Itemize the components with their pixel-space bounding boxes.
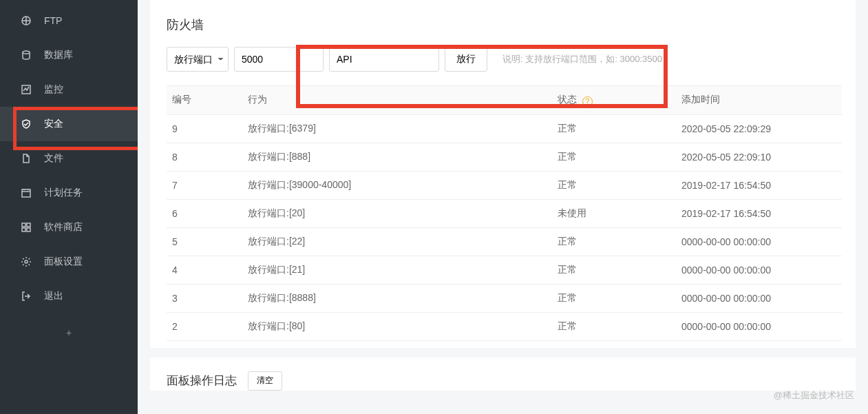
file-icon <box>21 153 32 164</box>
sidebar-item-exit[interactable]: 退出 <box>0 279 138 313</box>
port-action-select[interactable]: 放行端口 <box>167 47 229 72</box>
monitor-icon <box>21 84 32 95</box>
log-title: 面板操作日志 <box>167 373 237 389</box>
port-input[interactable] <box>234 47 324 72</box>
cell-status: 正常 <box>552 227 676 256</box>
sidebar-item-label: 面板设置 <box>44 256 83 268</box>
cell-id: 4 <box>167 256 242 284</box>
form-hint: 说明: 支持放行端口范围，如: 3000:3500 <box>502 53 662 65</box>
svg-rect-3 <box>22 189 30 197</box>
sidebar-item-label: 安全 <box>44 118 63 130</box>
cell-status: 未使用 <box>552 199 676 227</box>
table-row[interactable]: 3放行端口:[8888]正常0000-00-00 00:00:00 <box>167 284 842 312</box>
cell-status: 正常 <box>552 171 676 199</box>
table-row[interactable]: 6放行端口:[20]未使用2019-02-17 16:54:50 <box>167 199 842 227</box>
cell-time: 2019-02-17 16:54:50 <box>676 199 842 227</box>
header-status: 状态 ? <box>552 86 676 115</box>
cell-id: 3 <box>167 284 242 312</box>
exit-icon <box>21 291 32 302</box>
shield-icon <box>21 118 32 130</box>
svg-rect-7 <box>27 228 30 231</box>
sidebar-item-label: 数据库 <box>44 49 73 61</box>
cell-time: 0000-00-00 00:00:00 <box>676 227 842 256</box>
cell-status: 正常 <box>552 312 676 340</box>
gear-icon <box>21 256 32 267</box>
cell-id: 9 <box>167 114 242 143</box>
cell-time: 0000-00-00 00:00:00 <box>676 284 842 312</box>
sidebar-add-button[interactable]: + <box>0 319 138 346</box>
header-action: 行为 <box>242 86 552 115</box>
page-title: 防火墙 <box>167 17 842 33</box>
table-row[interactable]: 7放行端口:[39000-40000]正常2019-02-17 16:54:50 <box>167 171 842 199</box>
svg-rect-4 <box>22 223 25 227</box>
cell-time: 0000-00-00 00:00:00 <box>676 256 842 284</box>
cell-action: 放行端口:[20] <box>242 199 552 227</box>
help-icon[interactable]: ? <box>582 96 593 107</box>
cell-status: 正常 <box>552 284 676 312</box>
grid-icon <box>21 222 32 233</box>
svg-rect-5 <box>27 223 30 227</box>
table-row[interactable]: 4放行端口:[21]正常0000-00-00 00:00:00 <box>167 256 842 284</box>
svg-rect-6 <box>22 228 25 231</box>
sidebar-item-ftp[interactable]: FTP <box>0 3 138 38</box>
log-panel: 面板操作日志 清空 <box>150 358 856 391</box>
sidebar-item-label: 计划任务 <box>44 187 83 199</box>
sidebar-item-files[interactable]: 文件 <box>0 141 138 176</box>
main-content: 防火墙 放行端口 放行 说明: 支持放行端口范围，如: 3000:3500 编号… <box>138 0 868 414</box>
database-icon <box>21 50 32 61</box>
ftp-icon <box>21 15 32 26</box>
sidebar-item-monitor[interactable]: 监控 <box>0 72 138 107</box>
cell-status: 正常 <box>552 143 676 171</box>
sidebar-item-database[interactable]: 数据库 <box>0 38 138 72</box>
svg-point-8 <box>25 260 28 263</box>
submit-button[interactable]: 放行 <box>445 47 487 72</box>
clear-log-button[interactable]: 清空 <box>248 371 282 391</box>
sidebar-item-label: 文件 <box>44 152 63 165</box>
header-id: 编号 <box>167 86 242 115</box>
cell-action: 放行端口:[6379] <box>242 114 552 143</box>
calendar-icon <box>21 187 32 198</box>
firewall-form: 放行端口 放行 说明: 支持放行端口范围，如: 3000:3500 <box>167 47 842 72</box>
table-row[interactable]: 2放行端口:[80]正常0000-00-00 00:00:00 <box>167 312 842 340</box>
watermark: @稀土掘金技术社区 <box>774 389 854 402</box>
cell-action: 放行端口:[80] <box>242 312 552 340</box>
table-row[interactable]: 8放行端口:[888]正常2020-05-05 22:09:10 <box>167 143 842 171</box>
sidebar-item-label: 监控 <box>44 83 63 96</box>
cell-id: 8 <box>167 143 242 171</box>
svg-point-1 <box>23 51 30 54</box>
cell-action: 放行端口:[39000-40000] <box>242 171 552 199</box>
cell-id: 6 <box>167 199 242 227</box>
sidebar: FTP 数据库 监控 安全 文件 计划任务 软件商店 面板设置 退出 + <box>0 0 138 414</box>
table-row[interactable]: 9放行端口:[6379]正常2020-05-05 22:09:29 <box>167 114 842 143</box>
cell-time: 0000-00-00 00:00:00 <box>676 312 842 340</box>
sidebar-item-label: FTP <box>44 15 62 26</box>
sidebar-item-store[interactable]: 软件商店 <box>0 210 138 245</box>
header-time: 添加时间 <box>676 86 842 115</box>
cell-id: 5 <box>167 227 242 256</box>
cell-status: 正常 <box>552 256 676 284</box>
firewall-panel: 防火墙 放行端口 放行 说明: 支持放行端口范围，如: 3000:3500 编号… <box>150 0 856 348</box>
cell-time: 2020-05-05 22:09:29 <box>676 114 842 143</box>
sidebar-item-label: 退出 <box>44 290 63 302</box>
cell-id: 2 <box>167 312 242 340</box>
cell-status: 正常 <box>552 114 676 143</box>
sidebar-item-cron[interactable]: 计划任务 <box>0 176 138 210</box>
table-row[interactable]: 5放行端口:[22]正常0000-00-00 00:00:00 <box>167 227 842 256</box>
sidebar-item-security[interactable]: 安全 <box>0 107 138 141</box>
firewall-table: 编号 行为 状态 ? 添加时间 9放行端口:[6379]正常2020-05-05… <box>167 85 842 341</box>
sidebar-item-settings[interactable]: 面板设置 <box>0 245 138 279</box>
cell-action: 放行端口:[888] <box>242 143 552 171</box>
sidebar-item-label: 软件商店 <box>44 221 83 234</box>
cell-action: 放行端口:[22] <box>242 227 552 256</box>
table-header-row: 编号 行为 状态 ? 添加时间 <box>167 86 842 115</box>
cell-id: 7 <box>167 171 242 199</box>
cell-time: 2020-05-05 22:09:10 <box>676 143 842 171</box>
cell-action: 放行端口:[8888] <box>242 284 552 312</box>
cell-action: 放行端口:[21] <box>242 256 552 284</box>
name-input[interactable] <box>329 47 439 72</box>
cell-time: 2019-02-17 16:54:50 <box>676 171 842 199</box>
